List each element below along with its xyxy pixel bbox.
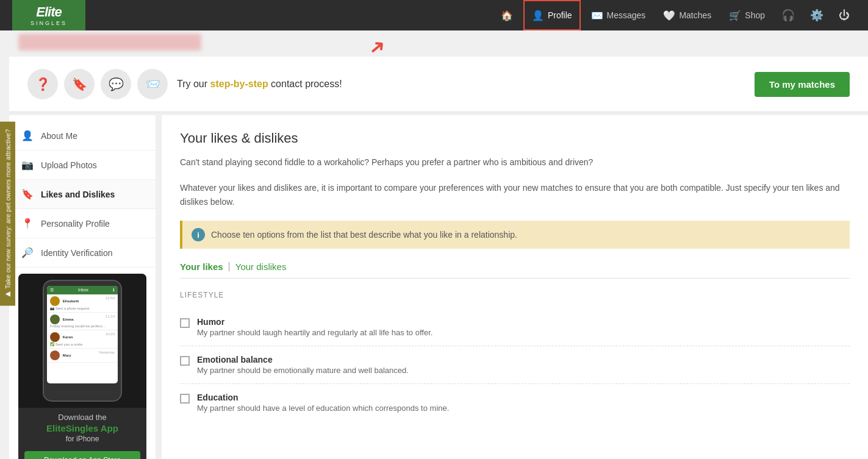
- info-icon: i: [192, 228, 205, 241]
- emotional-desc: My partner should be emotionally mature …: [197, 366, 409, 375]
- option-education: Education My partner should have a level…: [180, 384, 850, 421]
- nav-home[interactable]: 🏠: [493, 0, 520, 30]
- humor-desc: My partner should laugh heartily and reg…: [197, 328, 432, 337]
- nav-messages-label: Messages: [607, 10, 646, 20]
- banner-icon-2: 🔖: [64, 69, 95, 99]
- bookmark-icon: 🔖: [21, 188, 34, 200]
- nav-shop[interactable]: 🛒 Shop: [722, 0, 772, 30]
- sidebar-item-upload[interactable]: 📷 Upload Photos: [9, 151, 156, 180]
- profile-icon: 👤: [532, 10, 544, 21]
- nav-shop-label: Shop: [745, 10, 765, 20]
- home-icon: 🏠: [501, 10, 513, 21]
- heart-icon: 🤍: [663, 10, 675, 21]
- nav-items: 🏠 👤 Profile ✉️ Messages 🤍 Matches 🛒 Shop…: [493, 0, 856, 30]
- banner-text-bold: step-by-step: [210, 79, 268, 89]
- logo-name: Elite: [36, 4, 61, 20]
- app-dl-name: EliteSingles App: [18, 423, 146, 433]
- logo-sub: SINGLES: [30, 20, 67, 26]
- phone-screen: ☰Inboxℹ Elisabeth12:50 📷 Sent a photo re…: [47, 286, 118, 383]
- education-label: Education: [197, 393, 449, 402]
- tab-separator: |: [228, 261, 231, 272]
- sidebar-label-about: About Me: [41, 131, 77, 141]
- camera-icon: 📷: [21, 159, 34, 171]
- nav-matches-label: Matches: [679, 10, 711, 20]
- options-list: Humor My partner should laugh heartily a…: [180, 308, 850, 421]
- settings-button[interactable]: ⚙️: [804, 0, 830, 30]
- support-button[interactable]: 🎧: [775, 0, 801, 30]
- phone-image: ☰Inboxℹ Elisabeth12:50 📷 Sent a photo re…: [43, 280, 122, 402]
- top-navigation: Elite SINGLES 🏠 👤 Profile ✉️ Messages 🤍 …: [0, 0, 868, 30]
- emotional-label: Emotional balance: [197, 355, 409, 365]
- sidebar-item-identity[interactable]: 🔎 Identity Verification: [9, 238, 156, 268]
- cart-icon: 🛒: [729, 10, 741, 21]
- about-icon: 👤: [21, 130, 34, 141]
- banner-icon-1: ❓: [27, 69, 58, 99]
- banner-icons: ❓ 🔖 💬 📨: [27, 69, 168, 99]
- sidebar-label-personality: Personality Profile: [41, 219, 110, 229]
- app-store-button[interactable]: Download on App Store: [24, 451, 140, 459]
- sidebar-label-upload: Upload Photos: [41, 160, 97, 170]
- sidebar-item-about[interactable]: 👤 About Me: [9, 121, 156, 151]
- app-download-box[interactable]: ☰Inboxℹ Elisabeth12:50 📷 Sent a photo re…: [18, 274, 146, 459]
- profile-desc-2: Whatever your likes and dislikes are, it…: [180, 181, 850, 208]
- humor-label: Humor: [197, 317, 432, 327]
- humor-checkbox[interactable]: [180, 318, 190, 328]
- nav-profile[interactable]: 👤 Profile: [523, 0, 581, 30]
- sidebar-label-identity: Identity Verification: [41, 248, 113, 258]
- side-survey-banner[interactable]: ▶ Take our new survey: are pet owners mo…: [0, 122, 15, 306]
- profile-desc-1: Can't stand playing second fiddle to a w…: [180, 155, 850, 169]
- banner-text: Try our step-by-step contact process!: [177, 79, 745, 90]
- power-button[interactable]: ⏻: [833, 0, 856, 30]
- option-emotional: Emotional balance My partner should be e…: [180, 346, 850, 384]
- banner-text-rest: contact process!: [268, 79, 342, 89]
- emotional-checkbox[interactable]: [180, 356, 190, 366]
- sidebar: 👤 About Me 📷 Upload Photos ➜ 🔖 Likes and…: [9, 115, 156, 459]
- sidebar-label-likes: Likes and Dislikes: [41, 190, 115, 199]
- education-checkbox[interactable]: [180, 394, 190, 404]
- lifestyle-section-title: LIFESTYLE: [180, 291, 850, 299]
- identity-icon: 🔎: [21, 247, 34, 258]
- info-box-text: Choose ten options from the list that be…: [211, 230, 517, 240]
- education-desc: My partner should have a level of educat…: [197, 404, 449, 413]
- app-dl-platform: for iPhone: [18, 433, 146, 448]
- messages-icon: ✉️: [591, 10, 603, 21]
- nav-messages[interactable]: ✉️ Messages: [584, 0, 653, 30]
- personality-icon: 📍: [21, 218, 34, 229]
- sidebar-item-likes[interactable]: ➜ 🔖 Likes and Dislikes: [9, 180, 156, 209]
- page-title: Your likes & dislikes: [180, 130, 850, 146]
- app-dl-text: Download the: [18, 408, 146, 423]
- to-my-matches-button[interactable]: To my matches: [755, 72, 850, 97]
- nav-profile-label: Profile: [548, 10, 572, 20]
- tabs-row: Your likes | Your dislikes: [180, 261, 850, 279]
- profile-main-content: Your likes & dislikes Can't stand playin…: [162, 115, 868, 459]
- option-humor: Humor My partner should laugh heartily a…: [180, 308, 850, 346]
- banner-icon-4: 📨: [137, 69, 168, 99]
- logo[interactable]: Elite SINGLES: [12, 0, 85, 30]
- tab-your-likes[interactable]: Your likes: [180, 262, 223, 272]
- tab-your-dislikes[interactable]: Your dislikes: [235, 262, 287, 272]
- nav-matches[interactable]: 🤍 Matches: [656, 0, 719, 30]
- phone-mockup: ☰Inboxℹ Elisabeth12:50 📷 Sent a photo re…: [18, 274, 146, 408]
- step-by-step-banner: ❓ 🔖 💬 📨 Try our step-by-step contact pro…: [9, 57, 868, 112]
- banner-text-plain: Try our: [177, 79, 210, 89]
- blurred-info-bar: [18, 34, 201, 51]
- sidebar-item-personality[interactable]: 📍 Personality Profile: [9, 209, 156, 238]
- banner-icon-3: 💬: [101, 69, 131, 99]
- info-box: i Choose ten options from the list that …: [180, 221, 850, 249]
